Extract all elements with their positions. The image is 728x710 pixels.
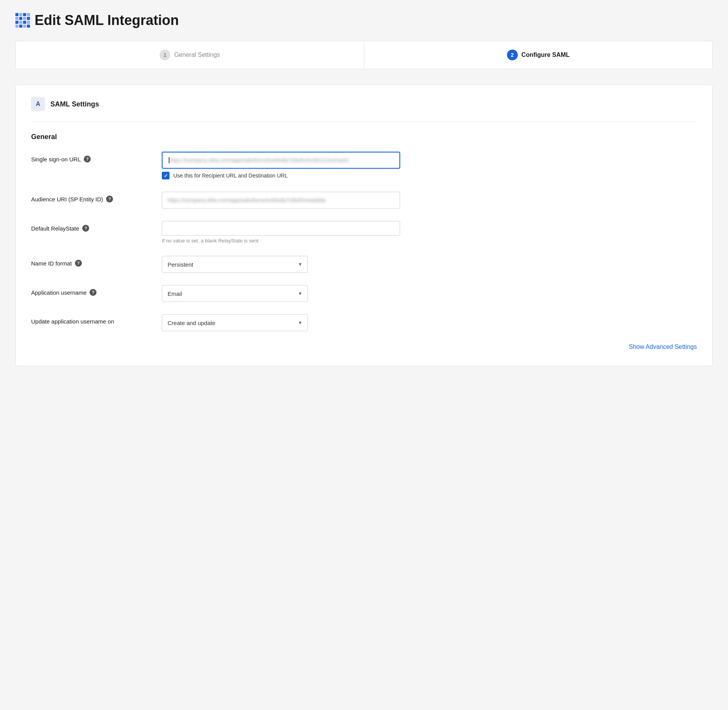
audience-uri-input-display[interactable]: https://company.okta.com/app/salesforce/… [162, 192, 400, 209]
sso-url-control-wrapper: https://company.okta.com/app/salesforce/… [162, 152, 400, 179]
page-title: Edit SAML Integration [35, 12, 179, 28]
update-username-label: Update application username on [31, 314, 162, 325]
saml-settings-card: A SAML Settings General Single sign-on U… [15, 85, 713, 366]
app-username-select-wrapper: Okta username Email Custom ▼ [162, 285, 308, 302]
relay-state-help-icon[interactable]: ? [82, 225, 89, 232]
name-id-format-row: Name ID format ? Unspecified EmailAddres… [31, 256, 697, 273]
step-1-label: General Settings [174, 51, 220, 58]
audience-uri-blurred-value: https://company.okta.com/app/salesforce/… [168, 197, 326, 203]
step-1[interactable]: 1 General Settings [16, 41, 364, 69]
recipient-url-checkbox-row: ✓ Use this for Recipient URL and Destina… [162, 172, 400, 179]
show-advanced-settings-link[interactable]: Show Advanced Settings [31, 343, 697, 350]
recipient-url-label: Use this for Recipient URL and Destinati… [173, 173, 288, 179]
relay-state-row: Default RelayState ? If no value is set,… [31, 221, 697, 244]
page-header: Edit SAML Integration [15, 12, 713, 28]
app-username-label: Application username ? [31, 285, 162, 296]
relay-state-control-wrapper: If no value is set, a blank RelayState i… [162, 221, 400, 244]
app-username-select[interactable]: Okta username Email Custom [162, 285, 308, 302]
sso-url-input-display[interactable]: https://company.okta.com/app/salesforce/… [162, 152, 400, 169]
audience-uri-row: Audience URI (SP Entity ID) ? https://co… [31, 192, 697, 209]
section-header: A SAML Settings [31, 97, 697, 111]
step-1-number: 1 [160, 50, 170, 60]
audience-uri-label: Audience URI (SP Entity ID) ? [31, 192, 162, 202]
step-2[interactable]: 2 Configure SAML [364, 41, 713, 69]
sso-url-label: Single sign-on URL ? [31, 152, 162, 163]
step-2-number: 2 [507, 50, 518, 60]
update-username-control-wrapper: Create and update Create only ▼ [162, 314, 400, 331]
audience-uri-help-icon[interactable]: ? [106, 196, 113, 202]
app-username-help-icon[interactable]: ? [90, 289, 96, 296]
name-id-format-help-icon[interactable]: ? [75, 260, 82, 267]
audience-uri-control-wrapper: https://company.okta.com/app/salesforce/… [162, 192, 400, 209]
relay-state-input[interactable] [162, 221, 400, 236]
sso-url-help-icon[interactable]: ? [84, 156, 91, 163]
grid-icon [15, 13, 30, 28]
name-id-format-control-wrapper: Unspecified EmailAddress Persistent Tran… [162, 256, 400, 273]
section-badge: A [31, 97, 45, 111]
general-heading: General [31, 133, 697, 141]
relay-state-hint: If no value is set, a blank RelayState i… [162, 238, 400, 244]
name-id-format-select[interactable]: Unspecified EmailAddress Persistent Tran… [162, 256, 308, 273]
relay-state-label: Default RelayState ? [31, 221, 162, 232]
section-title: SAML Settings [50, 100, 99, 108]
sso-url-row: Single sign-on URL ? https://company.okt… [31, 152, 697, 179]
section-divider [31, 122, 697, 122]
update-username-select[interactable]: Create and update Create only [162, 314, 308, 331]
name-id-format-label: Name ID format ? [31, 256, 162, 267]
sso-url-blurred-value: https://company.okta.com/app/salesforce/… [170, 157, 348, 163]
update-username-select-wrapper: Create and update Create only ▼ [162, 314, 308, 331]
update-username-row: Update application username on Create an… [31, 314, 697, 331]
name-id-format-select-wrapper: Unspecified EmailAddress Persistent Tran… [162, 256, 308, 273]
recipient-url-checkbox[interactable]: ✓ [162, 172, 170, 179]
steps-container: 1 General Settings 2 Configure SAML [15, 41, 713, 69]
step-2-label: Configure SAML [522, 51, 570, 58]
app-username-row: Application username ? Okta username Ema… [31, 285, 697, 302]
app-username-control-wrapper: Okta username Email Custom ▼ [162, 285, 400, 302]
